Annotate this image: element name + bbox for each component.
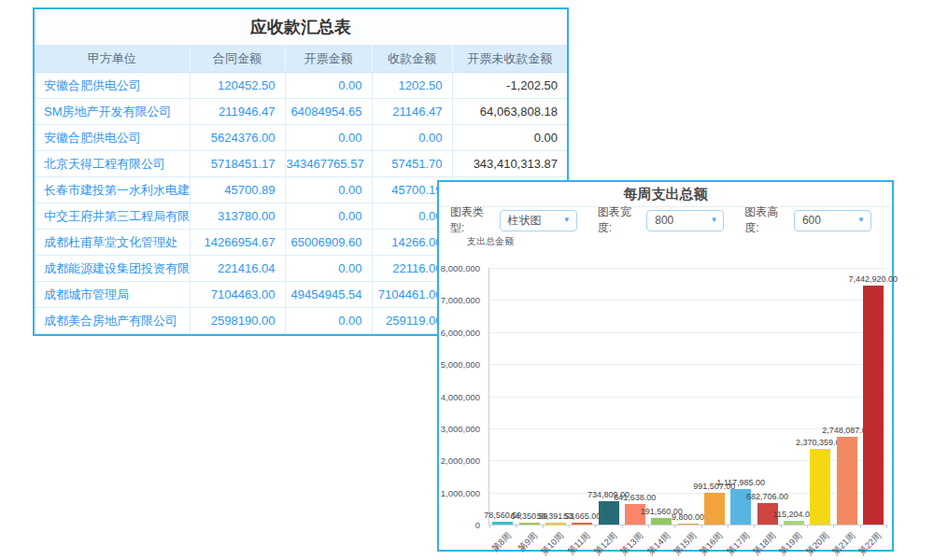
company-cell: 成都杜甫草堂文化管理处: [35, 230, 190, 256]
x-axis-tick: [781, 525, 782, 528]
bar-value-label: 1,117,985.00: [716, 478, 765, 487]
x-axis-tick: [754, 525, 755, 528]
chart-type-control: 图表类型: 柱状图 ▼: [450, 204, 577, 236]
amount-cell: 57451.70: [372, 151, 452, 177]
bar-value-label: 9,800.00: [672, 512, 704, 522]
table-row: 北京天得工程有限公司5718451.17343467765.5757451.70…: [35, 151, 567, 177]
amount-cell: 313780.00: [190, 203, 285, 230]
bar-value-label: 641,638.00: [614, 493, 656, 502]
amount-cell: 21146.47: [372, 99, 452, 125]
y-axis-tick-label: 5,000,000: [424, 359, 480, 370]
x-axis-tick: [569, 525, 570, 528]
x-axis-tick: [543, 525, 544, 528]
chart-width-select[interactable]: 800 ▼: [646, 210, 724, 231]
x-axis-tick: [728, 525, 729, 528]
amount-cell: 49454945.54: [285, 282, 372, 308]
chevron-down-icon: ▼: [563, 217, 571, 224]
amount-cell: 45700.89: [190, 177, 285, 203]
amount-cell: 120452.50: [190, 73, 285, 99]
amount-cell: 5624376.00: [190, 125, 285, 151]
bar-value-label: 7,442,920.00: [849, 274, 899, 284]
company-cell: 安徽合肥供电公司: [35, 73, 190, 99]
x-axis-tick: [860, 525, 861, 528]
gridline: [489, 332, 886, 333]
y-axis-tick-labels: 8,000,0007,000,0006,000,0005,000,0004,00…: [439, 268, 484, 525]
gridline: [489, 300, 886, 301]
amount-cell: 64,063,808.18: [452, 99, 567, 125]
chart-height-label: 图表高度:: [744, 204, 788, 236]
x-axis-tick: [701, 525, 702, 528]
amount-cell: 64084954.65: [285, 99, 372, 125]
amount-cell: 343,410,313.87: [452, 151, 567, 177]
chart-width-control: 图表宽度: 800 ▼: [598, 204, 725, 236]
receivables-title: 应收款汇总表: [35, 9, 567, 45]
amount-cell: 221416.04: [190, 256, 285, 282]
amount-cell: 7104463.00: [190, 282, 285, 308]
chevron-down-icon: ▼: [710, 217, 717, 224]
y-axis-tick-label: 3,000,000: [424, 424, 480, 434]
x-axis-tick: [833, 525, 834, 528]
bar: [519, 523, 540, 525]
bar: [599, 501, 619, 525]
table-row: SM房地产开发有限公司211946.4764084954.6521146.476…: [35, 99, 567, 125]
chart-controls: 图表类型: 柱状图 ▼ 图表宽度: 800 ▼ 图表高度: 600 ▼: [439, 207, 892, 233]
column-header: 收款金额: [372, 45, 452, 73]
bar: [492, 522, 513, 525]
amount-cell: 0.00: [285, 308, 372, 334]
bar-value-label: 53,665.00: [563, 511, 601, 521]
y-axis-tick-label: 0: [424, 520, 480, 530]
gridline: [489, 268, 886, 269]
chart-width-label: 图表宽度:: [598, 204, 642, 236]
chart-title: 每周支出总额: [439, 182, 892, 207]
chart-height-value: 600: [802, 214, 821, 227]
company-cell: 成都能源建设集团投资有限公司: [35, 256, 190, 282]
table-header-row: 甲方单位合同金额开票金额收款金额开票未收款金额: [35, 45, 567, 73]
gridline: [489, 364, 886, 365]
desktop: 应收款汇总表 甲方单位合同金额开票金额收款金额开票未收款金额 安徽合肥供电公司1…: [0, 0, 934, 560]
amount-cell: 0.00: [285, 177, 372, 203]
amount-cell: 211946.47: [190, 99, 285, 125]
column-header: 甲方单位: [35, 45, 190, 73]
company-cell: 北京天得工程有限公司: [35, 151, 190, 177]
x-axis-tick: [622, 525, 623, 528]
chart-width-value: 800: [655, 214, 673, 227]
amount-cell: 65006909.60: [285, 230, 372, 256]
y-axis-tick-label: 7,000,000: [424, 295, 480, 305]
chart-height-select[interactable]: 600 ▼: [794, 210, 871, 231]
amount-cell: 0.00: [285, 73, 372, 99]
chart-height-control: 图表高度: 600 ▼: [744, 204, 871, 236]
amount-cell: 0.00: [372, 125, 452, 151]
y-axis-title: 支出总金额: [467, 235, 514, 248]
x-axis-tick: [595, 525, 596, 528]
amount-cell: 0.00: [285, 125, 372, 151]
column-header: 开票未收款金额: [452, 45, 567, 73]
y-axis-tick-label: 6,000,000: [424, 328, 480, 338]
company-cell: SM房地产开发有限公司: [35, 99, 190, 125]
y-axis-tick-label: 4,000,000: [424, 392, 480, 402]
bar: [678, 524, 699, 525]
chart-type-select[interactable]: 柱状图 ▼: [500, 210, 577, 231]
amount-cell: 14266954.67: [190, 230, 285, 256]
column-header: 合同金额: [190, 45, 285, 73]
amount-cell: 343467765.57: [285, 151, 372, 177]
bar-value-label: 682,706.00: [746, 492, 788, 501]
bar: [572, 523, 592, 525]
bar: [651, 518, 672, 525]
weekly-expense-panel: 每周支出总额 图表类型: 柱状图 ▼ 图表宽度: 800 ▼ 图表高度: 600: [437, 180, 894, 552]
chart-type-label: 图表类型:: [450, 204, 494, 236]
table-row: 安徽合肥供电公司5624376.000.000.000.00: [35, 125, 567, 151]
gridline: [489, 397, 886, 398]
company-cell: 成都美合房地产有限公司: [35, 308, 190, 334]
bar: [784, 521, 804, 525]
column-header: 开票金额: [285, 45, 372, 73]
amount-cell: -1,202.50: [452, 73, 567, 99]
amount-cell: 0.00: [285, 203, 372, 230]
amount-cell: 1202.50: [372, 73, 452, 99]
plot-area: 78,560.59第8周64,350.59第9周59,391.53第10周53,…: [488, 268, 886, 525]
bar: [863, 286, 884, 525]
y-axis-tick-label: 1,000,000: [424, 488, 480, 498]
x-axis-tick: [674, 525, 675, 528]
chart-type-value: 柱状图: [508, 213, 542, 229]
company-cell: 长春市建投第一水利水电建设有限公司: [35, 177, 190, 203]
company-cell: 中交王府井第三工程局有限公司: [35, 203, 190, 230]
